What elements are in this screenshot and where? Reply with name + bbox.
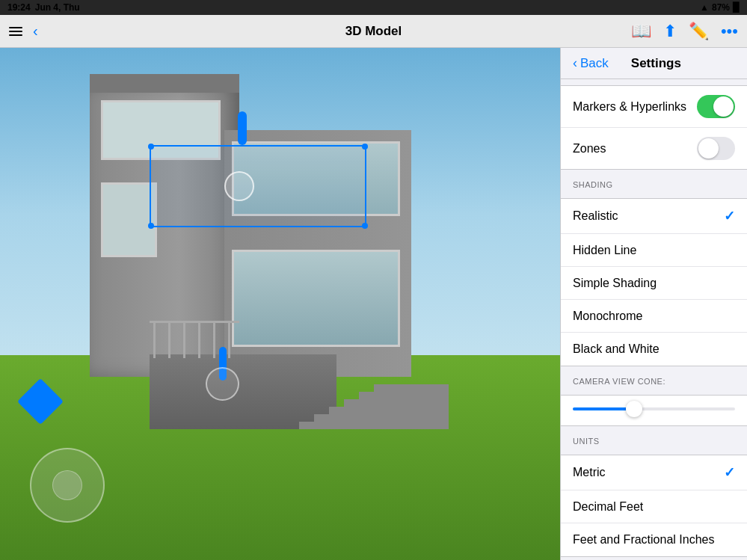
shading-realistic-label: Realistic (573, 209, 618, 223)
camera-slider-track (573, 407, 735, 410)
status-bar: 19:24 Jun 4, Thu ▲ 87% ▉ (0, 0, 747, 15)
window-bottom-right (232, 250, 400, 347)
units-decimal-feet-label: Decimal Feet (573, 500, 643, 514)
pin-bottom-base (206, 367, 239, 401)
book-icon[interactable]: 📖 (631, 22, 651, 41)
nav-left: ‹ (9, 22, 38, 40)
pencil-icon[interactable]: ✏️ (689, 22, 709, 41)
shading-simple-label: Simple Shading (573, 277, 657, 290)
steps-right (299, 339, 449, 429)
shading-monochrome-label: Monochrome (573, 310, 642, 323)
status-right: ▲ 87% ▉ (700, 2, 740, 13)
units-group: Metric ✓ Decimal Feet Feet and Fractiona… (561, 455, 747, 557)
pin-top-base (224, 171, 254, 201)
back-label: Back (580, 56, 609, 71)
shading-hidden-line-label: Hidden Line (573, 244, 636, 257)
camera-slider-container (561, 396, 747, 425)
status-left: 19:24 Jun 4, Thu (7, 2, 80, 13)
railing (150, 321, 239, 358)
more-icon[interactable]: ••• (721, 22, 738, 41)
selection-box (150, 145, 366, 227)
date: Jun 4, Thu (35, 2, 80, 13)
units-fractional-row[interactable]: Feet and Fractional Inches (561, 523, 747, 556)
settings-title: Settings (631, 56, 681, 71)
battery-icon: ▉ (733, 2, 740, 13)
shading-hidden-line-row[interactable]: Hidden Line (561, 234, 747, 267)
shading-realistic-row[interactable]: Realistic ✓ (561, 199, 747, 234)
camera-slider-fill (573, 407, 634, 410)
markers-toggle-knob (713, 96, 734, 117)
menu-button[interactable] (9, 27, 22, 36)
shading-group: Realistic ✓ Hidden Line Simple Shading M… (561, 198, 747, 366)
shading-simple-row[interactable]: Simple Shading (561, 267, 747, 300)
settings-header: ‹ Back Settings (561, 48, 747, 79)
zones-row: Zones (561, 128, 747, 169)
back-arrow-button[interactable]: ‹ (33, 22, 38, 40)
markers-toggle[interactable] (697, 95, 735, 118)
battery-level: 87% (712, 2, 730, 13)
back-button[interactable]: ‹ Back (573, 55, 609, 71)
shading-bw-row[interactable]: Black and White (561, 333, 747, 366)
share-icon[interactable]: ⬆ (663, 22, 677, 41)
zones-toggle[interactable] (697, 137, 735, 160)
zones-toggle-knob (698, 138, 719, 159)
wifi-icon: ▲ (700, 2, 709, 13)
shading-realistic-check: ✓ (724, 208, 735, 224)
pin-top (238, 111, 247, 145)
camera-group (561, 395, 747, 426)
time: 19:24 (7, 2, 31, 13)
camera-slider-thumb[interactable] (626, 401, 642, 417)
roof-terrace (90, 74, 239, 93)
units-section-header: UNITS (561, 432, 747, 449)
main-3d-view[interactable] (0, 48, 560, 560)
markers-label: Markers & Hyperlinks (573, 100, 686, 114)
units-metric-check: ✓ (724, 464, 735, 481)
window-mid-left (101, 182, 157, 257)
settings-panel: ‹ Back Settings Markers & Hyperlinks Zon… (560, 48, 747, 560)
units-decimal-feet-row[interactable]: Decimal Feet (561, 490, 747, 523)
units-fractional-label: Feet and Fractional Inches (573, 533, 714, 547)
joystick-inner (52, 470, 82, 500)
units-metric-row[interactable]: Metric ✓ (561, 455, 747, 490)
nav-bar: ‹ 3D Model 📖 ⬆ ✏️ ••• (0, 15, 747, 48)
units-metric-label: Metric (573, 466, 606, 479)
back-chevron-icon: ‹ (573, 55, 577, 71)
nav-right: 📖 ⬆ ✏️ ••• (631, 22, 738, 41)
shading-bw-label: Black and White (573, 342, 660, 356)
nav-title: 3D Model (345, 24, 402, 39)
building-scene (45, 70, 449, 429)
zones-label: Zones (573, 142, 606, 156)
shading-section-header: SHADING (561, 176, 747, 192)
shading-monochrome-row[interactable]: Monochrome (561, 300, 747, 333)
joystick[interactable] (30, 448, 105, 523)
markers-hyperlinks-row: Markers & Hyperlinks (561, 86, 747, 128)
markers-zones-group: Markers & Hyperlinks Zones (561, 85, 747, 170)
camera-section-header: CAMERA VIEW CONE: (561, 372, 747, 389)
